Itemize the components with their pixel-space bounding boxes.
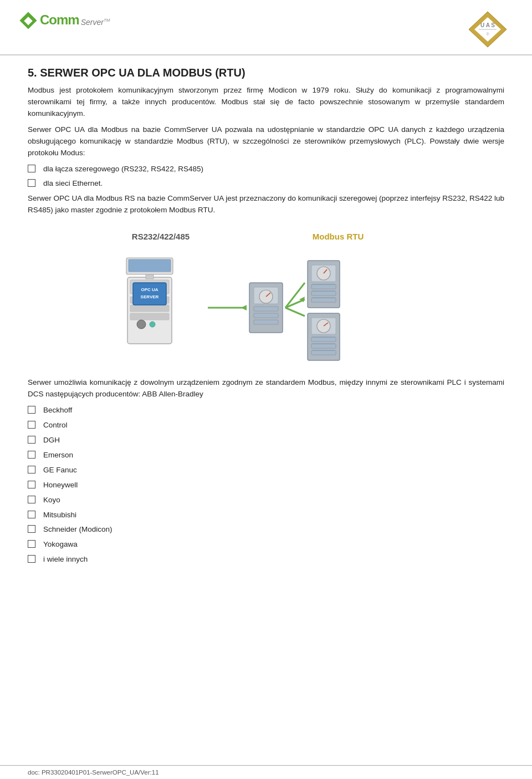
item-label: Control <box>43 420 68 431</box>
list-item: i wiele innych <box>28 554 504 566</box>
item-label: Mitsubishi <box>43 510 76 521</box>
page: Comm ServerTM U A S ® 5. SERW <box>0 0 532 779</box>
checkbox-icon <box>28 555 35 563</box>
list-item: Schneider (Modicon) <box>28 524 504 536</box>
doc-ref: doc: PR33020401P01-SerwerOPC_UA/Ver:11 <box>28 769 159 776</box>
list-item-emerson: Emerson <box>28 450 504 461</box>
item-label: Beckhoff <box>43 405 72 416</box>
svg-rect-13 <box>130 313 169 320</box>
svg-line-7 <box>285 308 305 316</box>
svg-text:U A S: U A S <box>480 22 495 28</box>
svg-rect-20 <box>129 259 171 272</box>
item-label: Koyo <box>43 495 60 506</box>
uas-diamond-icon: U A S ® <box>468 11 508 48</box>
checkbox-icon <box>28 496 35 503</box>
svg-rect-33 <box>311 298 336 302</box>
svg-rect-16 <box>133 283 166 305</box>
checkbox-icon <box>28 525 35 533</box>
item-label: Honeywell <box>43 480 78 491</box>
svg-point-14 <box>137 320 146 329</box>
item-label: Yokogawa <box>43 539 78 551</box>
checkbox-icon <box>28 406 35 414</box>
list-item: Koyo <box>28 495 504 506</box>
list-item: Honeywell <box>28 480 504 491</box>
list-item: Yokogawa <box>28 539 504 551</box>
checkbox-icon <box>28 466 35 473</box>
uas-logo: U A S ® <box>466 10 510 49</box>
item-label-emerson: Emerson <box>43 450 73 461</box>
list-item: Mitsubishi <box>28 510 504 521</box>
svg-rect-12 <box>130 305 169 312</box>
list-item: DGH <box>28 435 504 446</box>
checkbox-icon <box>28 511 35 518</box>
svg-rect-26 <box>254 320 278 324</box>
svg-rect-25 <box>254 313 278 318</box>
svg-rect-40 <box>311 350 336 355</box>
svg-text:OPC UA: OPC UA <box>141 287 158 292</box>
item-label: GE Fanuc <box>43 465 77 476</box>
modbus-diagram: RS232/422/485 Modbus RTU OP <box>100 227 432 366</box>
svg-rect-39 <box>311 344 336 348</box>
item-label: Schneider (Modicon) <box>43 524 112 536</box>
para2: Serwer OPC UA dla Modbus na bazie CommSe… <box>28 124 504 159</box>
checkbox-icon-2 <box>28 179 35 187</box>
header: Comm ServerTM U A S ® <box>0 0 532 55</box>
diagram-container: RS232/422/485 Modbus RTU OP <box>28 227 504 366</box>
svg-text:®: ® <box>486 32 489 36</box>
checkbox-icon <box>28 436 35 444</box>
bullet1-text: dla łącza szeregowego (RS232, RS422, RS4… <box>43 164 203 175</box>
content: 5. SERWER OPC UA DLA MODBUS (RTU) Modbus… <box>0 61 532 585</box>
server-para: Serwer umożliwia komunikację z dowolnym … <box>28 377 504 400</box>
footer: doc: PR33020401P01-SerwerOPC_UA/Ver:11 <box>0 765 532 779</box>
bullet-list-serial: dla łącza szeregowego (RS232, RS422, RS4… <box>28 164 504 190</box>
svg-rect-31 <box>311 284 336 289</box>
logo-green-diamond-icon <box>19 12 37 29</box>
item-label: DGH <box>43 435 60 446</box>
section-title: 5. SERWER OPC UA DLA MODBUS (RTU) <box>28 67 504 79</box>
logo-comm-text: Comm <box>40 12 79 28</box>
svg-rect-32 <box>311 291 336 296</box>
checkbox-icon <box>28 481 35 488</box>
bullet2-text: dla sieci Ethernet. <box>43 178 103 190</box>
checkbox-icon-1 <box>28 165 35 172</box>
list-item-ethernet: dla sieci Ethernet. <box>28 178 504 190</box>
checkbox-icon <box>28 421 35 429</box>
svg-rect-38 <box>311 337 336 342</box>
para1: Modbus jest protokołem komunikacyjnym st… <box>28 85 504 120</box>
diagram-label-right: Modbus RTU <box>313 232 364 241</box>
list-item-serial: dla łącza szeregowego (RS232, RS422, RS4… <box>28 164 504 175</box>
list-item: Control <box>28 420 504 431</box>
svg-point-15 <box>150 322 155 327</box>
para3: Serwer OPC UA dla Modbus RS na bazie Com… <box>28 193 504 216</box>
checkbox-icon <box>28 451 35 459</box>
section-number: 5. <box>28 67 37 79</box>
diagram-label-left: RS232/422/485 <box>132 232 190 241</box>
section-title-text: SERWER OPC UA DLA MODBUS (RTU) <box>40 67 245 79</box>
manufacturers-list: Beckhoff Control DGH Emerson GE Fanuc Ho… <box>28 405 504 566</box>
svg-rect-24 <box>254 307 278 311</box>
svg-rect-21 <box>146 274 154 279</box>
svg-text:SERVER: SERVER <box>141 294 159 299</box>
checkbox-icon <box>28 540 35 548</box>
list-item: GE Fanuc <box>28 465 504 476</box>
item-label: i wiele innych <box>43 554 88 566</box>
list-item: Beckhoff <box>28 405 504 416</box>
svg-marker-43 <box>241 305 247 310</box>
logo-server-text: ServerTM <box>81 18 110 27</box>
commserver-logo: Comm ServerTM <box>22 12 110 28</box>
